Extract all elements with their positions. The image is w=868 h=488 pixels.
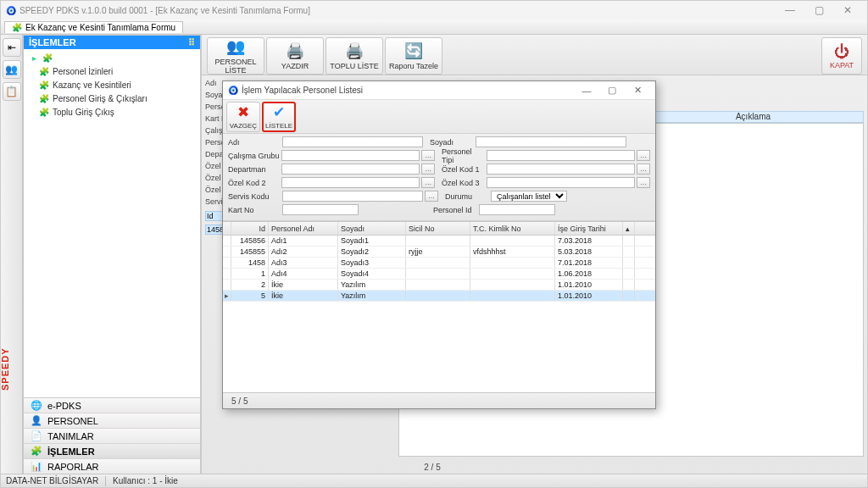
tb-personel-liste[interactable]: 👥PERSONEL LİSTE [207, 37, 264, 75]
label-okod3: Özel Kod 3 [437, 179, 485, 187]
label-departman: Departman [228, 165, 280, 174]
dialog-maximize[interactable]: ▢ [599, 85, 625, 96]
lookup-calisma[interactable]: … [421, 150, 435, 161]
app-title: SPEEDY PDKS v.1.0.0 build 0001 - [Ek Kaz… [19, 6, 310, 15]
nav-epdks[interactable]: 🌐e-PDKS [24, 398, 200, 413]
titlebar: 🧿 SPEEDY PDKS v.1.0.0 build 0001 - [Ek K… [1, 1, 867, 19]
bg-record-count: 2 / 5 [398, 463, 466, 472]
tb-yazdir[interactable]: 🖨️YAZDIR [266, 37, 324, 75]
tree-item-kazanc[interactable]: 🧩Kazanç ve Kesintileri [27, 78, 197, 92]
dock-btn-3[interactable]: 📋 [3, 82, 21, 101]
cancel-button[interactable]: ✖ VAZGEÇ [226, 102, 260, 132]
cancel-x-icon: ✖ [237, 103, 249, 121]
tree-item-izin[interactable]: 🧩Personel İzinleri [27, 64, 197, 78]
bg-aciklama-header: Açıklama [643, 111, 864, 123]
nav-islemler[interactable]: 🧩İŞLEMLER [24, 444, 200, 459]
table-row[interactable]: 1Adı4Soyadı41.06.2018 [223, 269, 655, 280]
lookup-okod1[interactable]: … [637, 164, 650, 175]
label-calisma: Çalışma Grubu [228, 152, 280, 160]
dialog-grid: Id Personel Adı Soyadı Sicil No T.C. Kim… [223, 221, 655, 393]
personnel-dialog: 🧿 İşlem Yapılacak Personel Listesi — ▢ ✕… [222, 80, 656, 409]
status-user: Kullanıcı : 1 - İkie [113, 476, 178, 485]
input-soyadi[interactable] [476, 136, 626, 147]
tree-node-icon: 🧩 [39, 107, 49, 117]
dialog-status: 5 / 5 [223, 393, 655, 408]
grid-scroll-up[interactable]: ▴ [623, 222, 635, 235]
label-soyadi: Soyadı [425, 138, 474, 147]
left-dock: ⇤ 👥 📋 [1, 35, 23, 475]
lookup-departman[interactable]: … [421, 164, 435, 175]
side-panel: İŞLEMLER ⠿ ▸ 🧩 🧩Personel İzinleri 🧩Kazan… [23, 35, 201, 475]
table-row[interactable]: 1458Adı3Soyadı37.01.2018 [223, 258, 655, 269]
col-tc[interactable]: T.C. Kimlik No [470, 222, 555, 235]
col-sicil[interactable]: Sicil No [406, 222, 470, 235]
label-kartno: Kart No [228, 206, 281, 214]
report-icon: 📊 [31, 461, 42, 472]
list-button[interactable]: ✔ LİSTELE [262, 102, 296, 132]
input-okod3[interactable] [487, 177, 635, 188]
side-panel-menu-icon[interactable]: ⠿ [188, 37, 195, 48]
input-calisma[interactable] [281, 150, 420, 161]
statusbar: DATA-NET BİLGİSAYAR Kullanıcı : 1 - İkie [1, 474, 867, 487]
minimize-button[interactable]: — [776, 2, 804, 19]
dialog-close[interactable]: ✕ [625, 85, 650, 96]
table-row[interactable]: 145856Adı1Soyadı17.03.2018 [223, 236, 655, 247]
dock-btn-2[interactable]: 👥 [3, 60, 21, 79]
dialog-icon: 🧿 [228, 86, 238, 95]
tree-expand-icon: ▸ [29, 53, 39, 63]
table-row[interactable]: 2İkieYazılım1.01.2010 [223, 280, 655, 291]
document-tab[interactable]: 🧩 Ek Kazanç ve Kesinti Tanımlama Formu [4, 21, 183, 33]
tree-root[interactable]: ▸ 🧩 [27, 51, 197, 64]
nav-raporlar[interactable]: 📊RAPORLAR [24, 459, 200, 474]
power-icon: ⏻ [834, 43, 849, 61]
doc-tab-icon: 🧩 [12, 23, 22, 32]
nav-tanimlar[interactable]: 📄TANIMLAR [24, 429, 200, 444]
select-durumu[interactable]: Çalışanları listele [491, 191, 567, 202]
app-icon: 🧿 [6, 6, 16, 15]
list-icon: 📄 [31, 430, 42, 441]
operations-tree: ▸ 🧩 🧩Personel İzinleri 🧩Kazanç ve Kesint… [24, 49, 200, 397]
input-kartno[interactable] [282, 204, 359, 215]
maximize-button[interactable]: ▢ [804, 2, 833, 19]
dialog-filter-form: Adı Soyadı Çalışma Grubu … Personel Tipi… [223, 134, 655, 221]
lookup-servis[interactable]: … [425, 191, 438, 202]
dialog-titlebar: 🧿 İşlem Yapılacak Personel Listesi — ▢ ✕ [223, 81, 655, 100]
tree-node-icon: 🧩 [39, 66, 49, 76]
nav-personel[interactable]: 👤PERSONEL [24, 413, 200, 429]
input-okod2[interactable] [281, 177, 420, 188]
col-tarih[interactable]: İşe Giriş Tarihi [555, 222, 623, 235]
col-id[interactable]: Id [231, 222, 269, 235]
tree-item-giris-cikis[interactable]: 🧩Personel Giriş & Çıkışları [27, 92, 197, 105]
tree-node-icon: 🧩 [39, 93, 49, 103]
dialog-title: İşlem Yapılacak Personel Listesi [242, 86, 363, 95]
input-adi[interactable] [282, 136, 423, 147]
brand-watermark: SPEEDY [0, 347, 10, 391]
close-button[interactable]: ✕ [833, 2, 862, 19]
status-host: DATA-NET BİLGİSAYAR [6, 476, 98, 485]
dialog-minimize[interactable]: — [574, 86, 599, 96]
table-row[interactable]: ▸5İkieYazılım1.01.2010 [223, 291, 655, 302]
label-okod2: Özel Kod 2 [228, 179, 280, 187]
input-servis[interactable] [282, 191, 423, 202]
input-departman[interactable] [281, 164, 420, 175]
dock-btn-1[interactable]: ⇤ [3, 38, 21, 57]
people-help-icon: 👥 [226, 37, 245, 56]
label-servis: Servis Kodu [228, 192, 281, 201]
input-okod1[interactable] [487, 164, 635, 175]
input-pid[interactable] [479, 204, 555, 215]
col-ad[interactable]: Personel Adı [269, 222, 338, 235]
lookup-ptipi[interactable]: … [637, 150, 650, 161]
tb-kapat[interactable]: ⏻KAPAT [821, 37, 862, 75]
tree-node-icon: 🧩 [39, 80, 49, 90]
lookup-okod2[interactable]: … [421, 177, 435, 188]
lookup-okod3[interactable]: … [637, 177, 650, 188]
check-icon: ✔ [273, 103, 285, 121]
tree-item-toplu[interactable]: 🧩Toplu Giriş Çıkış [27, 105, 197, 119]
label-durumu: Durumu [440, 192, 489, 201]
tb-toplu-liste[interactable]: 🖨️TOPLU LİSTE [326, 37, 383, 75]
printer-icon: 🖨️ [345, 42, 364, 60]
input-ptipi[interactable] [487, 150, 635, 161]
col-soy[interactable]: Soyadı [338, 222, 406, 235]
table-row[interactable]: 145855Adı2Soyadı2ryjjevfdshhhst5.03.2018 [223, 247, 655, 258]
tb-tazele[interactable]: 🔄Raporu Tazele [385, 37, 442, 75]
